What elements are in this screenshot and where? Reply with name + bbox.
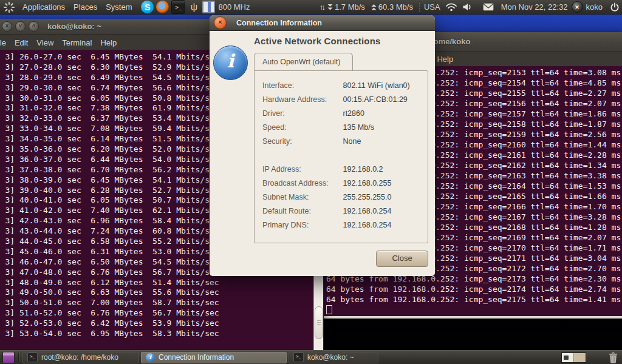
firefox-icon[interactable] <box>156 1 169 13</box>
terminal-output-line: [ 3] 49.0-50.0 sec 6.63 MBytes 55.6 Mbit… <box>0 288 314 298</box>
terminal-output-line: [ 3] 53.0-54.0 sec 6.95 MBytes 58.3 Mbit… <box>0 329 314 339</box>
info-icon <box>213 46 248 80</box>
close-icon[interactable]: × <box>214 16 227 29</box>
dialog-heading: Active Network Connections <box>254 36 381 46</box>
wifi-icon[interactable] <box>445 2 457 12</box>
terminal-menu-edit[interactable]: Edit <box>15 38 28 47</box>
terminal-menu-view[interactable]: View <box>36 38 53 47</box>
upload-speed[interactable]: 60.3 Mb/s <box>378 2 413 12</box>
dialog-field-row: Primary DNS: 192.168.0.254 <box>262 218 428 232</box>
terminal-menu-file[interactable]: File <box>0 38 6 47</box>
terminal-menu-help[interactable]: Help <box>437 55 453 64</box>
dialog-field-row: Broadcast Address: 192.168.0.255 <box>262 177 428 190</box>
cpu-chip-icon[interactable] <box>202 1 215 13</box>
session-username[interactable]: koko <box>586 2 603 12</box>
dialog-field-row: Hardware Address: 00:15:AF:CB:01:29 <box>262 93 428 107</box>
dialog-field-row: Driver: rt2860 <box>262 107 428 121</box>
dialog-field-label: Speed: <box>262 121 341 135</box>
close-window-icon[interactable]: × <box>2 21 12 32</box>
dialog-field-row: Subnet Mask: 255.255.255.0 <box>262 190 428 204</box>
terminal-output-line: [ 3] 50.0-51.0 sec 7.00 MBytes 58.7 Mbit… <box>0 298 314 308</box>
tab-auto-openwrt[interactable]: Auto OpenWrt (default) <box>254 53 353 70</box>
taskbar-button-terminal-0[interactable]: >_root@koko: /home/koko <box>22 352 139 363</box>
download-chevrons-icon <box>327 4 333 11</box>
dialog-field-label: Primary DNS: <box>262 218 341 232</box>
terminal-output-line: 64 bytes from 192.168.0.252: icmp_seq=21… <box>326 294 622 305</box>
upload-chevrons-icon <box>371 4 377 11</box>
minimize-window-icon[interactable]: ˅ <box>15 21 26 32</box>
dialog-field-value: rt2860 <box>343 109 364 118</box>
terminal-output-line: [ 3] 52.0-53.0 sec 6.42 MBytes 53.9 Mbit… <box>0 318 314 329</box>
dialog-field-label: Subnet Mask: <box>262 190 341 204</box>
terminal-icon: >_ <box>27 352 38 362</box>
dialog-field-row: IP Address: 192.168.0.2 <box>262 163 428 177</box>
skype-icon[interactable]: S <box>141 1 154 13</box>
dialog-field-value: 00:15:AF:CB:01:29 <box>343 95 407 104</box>
maximize-window-icon[interactable]: ˄ <box>29 21 39 32</box>
terminal-cursor <box>326 305 332 314</box>
field-group-gap <box>262 149 428 163</box>
terminal-menu-terminal[interactable]: Terminal <box>62 38 92 47</box>
scrollbar-thumb[interactable] <box>315 306 323 339</box>
terminal-output-line: [ 3] 48.0-49.0 sec 6.12 MBytes 51.4 Mbit… <box>0 278 314 288</box>
bottom-panel: >_root@koko: /home/kokoiConnection Infor… <box>0 350 622 364</box>
clock[interactable]: Mon Nov 22, 22:32 <box>501 2 568 12</box>
terminal-launcher-icon[interactable]: >_ <box>171 0 185 14</box>
terminal-menu-help[interactable]: Help <box>100 38 117 47</box>
dialog-field-value: 802.11 WiFi (wlan0) <box>343 81 409 90</box>
dialog-field-value: 255.255.255.0 <box>343 193 391 201</box>
dialog-field-label: Driver: <box>262 107 341 121</box>
menu-places[interactable]: Places <box>69 0 101 15</box>
workspace-1[interactable] <box>562 353 573 362</box>
dialog-field-value: 192.168.0.255 <box>343 179 391 187</box>
taskbar-button-label: koko@koko: ~ <box>307 353 354 362</box>
dialog-field-label: Security: <box>262 135 341 149</box>
menu-system[interactable]: System <box>101 0 136 15</box>
taskbar-button-connection-information[interactable]: iConnection Information <box>141 352 287 363</box>
dialog-field-label: IP Address: <box>262 163 341 177</box>
dialog-field-value: 192.168.0.254 <box>343 221 391 229</box>
mail-envelope-icon[interactable] <box>483 3 494 11</box>
connection-information-dialog[interactable]: × Connection Information Active Network … <box>210 15 435 276</box>
taskbar-button-label: Connection Information <box>159 353 234 362</box>
dialog-field-row: Speed: 135 Mb/s <box>262 121 428 135</box>
left-terminal-title: koko@koko: ~ <box>47 22 101 31</box>
show-desktop-icon[interactable] <box>2 352 15 363</box>
taskbar-button-label: root@koko: /home/koko <box>41 353 118 362</box>
netspeed-updown-icon[interactable]: ↑↓ <box>320 2 324 12</box>
close-button[interactable]: Close <box>376 251 428 267</box>
terminal-icon: >_ <box>293 352 304 362</box>
desktop-screen: root@koko: /home/koko FileEditViewTermin… <box>0 0 622 364</box>
user-status-icon[interactable]: ✕ <box>572 1 583 13</box>
dialog-field-row: Security: None <box>262 135 428 149</box>
menu-applications[interactable]: Applications <box>18 0 69 15</box>
taskbar-button-terminal-2[interactable]: >_koko@koko: ~ <box>289 352 378 363</box>
dialog-field-row: Interface: 802.11 WiFi (wlan0) <box>262 79 428 93</box>
dialog-titlebar[interactable]: × Connection Information <box>210 15 435 31</box>
terminal-output-line: 64 bytes from 192.168.0.252: icmp_seq=21… <box>326 284 622 294</box>
trash-icon[interactable] <box>608 352 618 363</box>
network-antenna-icon[interactable]: ψ <box>189 1 199 13</box>
top-panel: Applications Places System S >_ ψ 800 MH… <box>0 0 622 15</box>
keyboard-layout-indicator[interactable]: USA <box>424 2 440 12</box>
panel-separator <box>419 3 420 12</box>
dialog-field-value: 135 Mb/s <box>343 123 374 132</box>
dialog-field-value: 192.168.0.2 <box>343 165 383 174</box>
dialog-field-row: Default Route: 192.168.0.254 <box>262 204 428 218</box>
cpu-frequency[interactable]: 800 MHz <box>218 2 250 12</box>
workspace-switcher[interactable] <box>561 352 586 363</box>
dialog-field-label: Broadcast Address: <box>262 177 341 190</box>
info-icon: i <box>146 353 155 362</box>
dialog-field-label: Default Route: <box>262 204 341 218</box>
taskbar-separator <box>18 353 19 362</box>
volume-icon[interactable] <box>462 2 472 12</box>
dialog-title: Connection Information <box>236 19 322 27</box>
dialog-field-label: Interface: <box>262 79 341 93</box>
power-icon[interactable] <box>610 2 620 12</box>
connection-details-panel: Interface: 802.11 WiFi (wlan0) Hardware … <box>254 70 428 243</box>
download-speed[interactable]: 1.7 Mb/s <box>335 2 365 12</box>
dialog-field-label: Hardware Address: <box>262 93 341 107</box>
distributor-logo-icon[interactable] <box>2 1 16 14</box>
workspace-2[interactable] <box>573 353 586 362</box>
dialog-field-value: 192.168.0.254 <box>343 207 391 215</box>
